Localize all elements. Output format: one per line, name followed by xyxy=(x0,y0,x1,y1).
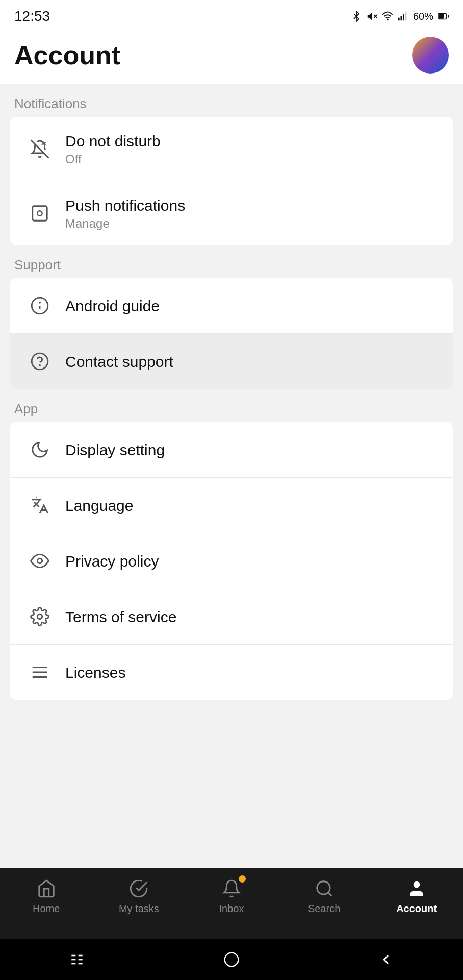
android-nav xyxy=(0,939,463,980)
search-icon xyxy=(315,879,334,898)
push-notifications-text: Push notifications Manage xyxy=(65,195,185,231)
signal-icon xyxy=(398,11,409,22)
push-notifications-item[interactable]: Push notifications Manage xyxy=(10,181,453,245)
home-button[interactable] xyxy=(216,944,247,975)
status-icons: 60% xyxy=(351,11,449,22)
recent-apps-icon xyxy=(69,951,85,968)
svg-point-19 xyxy=(37,614,42,619)
display-setting-item[interactable]: Display setting xyxy=(10,422,453,478)
bottom-nav: Home My tasks Inbox Search xyxy=(0,868,463,939)
mute-icon xyxy=(366,11,377,22)
nav-inbox[interactable]: Inbox xyxy=(185,875,278,915)
contact-support-item[interactable]: Contact support xyxy=(10,334,453,389)
svg-point-16 xyxy=(32,353,48,370)
do-not-disturb-item[interactable]: zz Do not disturb Off xyxy=(10,117,453,181)
app-section-label: App xyxy=(0,389,463,422)
search-icon-wrap xyxy=(311,877,338,900)
svg-rect-6 xyxy=(405,12,407,21)
terms-of-service-item[interactable]: Terms of service xyxy=(10,589,453,645)
android-guide-text: Android guide xyxy=(65,296,160,316)
search-label: Search xyxy=(308,903,340,915)
terms-of-service-text: Terms of service xyxy=(65,607,176,627)
contact-support-title: Contact support xyxy=(65,352,173,372)
question-circle-icon xyxy=(27,348,53,375)
licenses-item[interactable]: Licenses xyxy=(10,645,453,700)
do-not-disturb-subtitle: Off xyxy=(65,152,161,166)
inbox-icon-wrap xyxy=(218,877,245,900)
my-tasks-label: My tasks xyxy=(119,903,159,915)
app-section: App Display setting xyxy=(0,389,463,700)
nav-my-tasks[interactable]: My tasks xyxy=(93,875,186,915)
display-setting-title: Display setting xyxy=(65,440,165,460)
content: Notifications zz Do not disturb xyxy=(0,84,463,868)
svg-rect-11 xyxy=(33,206,47,220)
recent-apps-button[interactable] xyxy=(62,944,92,975)
svg-point-2 xyxy=(387,19,388,20)
bell-off-icon: zz xyxy=(27,136,53,162)
terms-of-service-title: Terms of service xyxy=(65,607,176,627)
svg-point-18 xyxy=(37,558,42,564)
check-circle-icon xyxy=(129,879,148,898)
privacy-policy-text: Privacy policy xyxy=(65,551,159,571)
language-title: Language xyxy=(65,496,133,516)
svg-point-25 xyxy=(414,881,420,888)
do-not-disturb-title: Do not disturb xyxy=(65,131,161,151)
android-guide-item[interactable]: Android guide xyxy=(10,278,453,334)
svg-rect-5 xyxy=(403,14,404,20)
person-icon xyxy=(407,879,426,898)
notifications-section-label: Notifications xyxy=(0,84,463,117)
eye-icon xyxy=(27,548,53,574)
support-group: Android guide Contact support xyxy=(10,278,453,389)
notifications-group: zz Do not disturb Off Push notificat xyxy=(10,117,453,245)
info-circle-icon xyxy=(27,292,53,319)
home-icon-wrap xyxy=(33,877,60,900)
my-tasks-icon-wrap xyxy=(125,877,152,900)
privacy-policy-title: Privacy policy xyxy=(65,551,159,571)
battery-icon xyxy=(438,11,449,22)
language-item[interactable]: Language xyxy=(10,478,453,533)
avatar[interactable] xyxy=(412,37,449,74)
do-not-disturb-text: Do not disturb Off xyxy=(65,131,161,166)
notifications-section: Notifications zz Do not disturb xyxy=(0,84,463,245)
inbox-badge xyxy=(239,875,246,883)
push-notifications-title: Push notifications xyxy=(65,195,185,215)
licenses-text: Licenses xyxy=(65,663,125,682)
privacy-policy-item[interactable]: Privacy policy xyxy=(10,533,453,589)
bell-icon xyxy=(222,879,241,898)
android-guide-title: Android guide xyxy=(65,296,160,316)
svg-rect-8 xyxy=(439,14,443,18)
gear-icon xyxy=(27,603,53,630)
translate-icon xyxy=(27,492,53,519)
home-button-icon xyxy=(223,951,240,968)
support-section: Support Android guide xyxy=(0,245,463,389)
status-time: 12:53 xyxy=(14,8,50,24)
nav-home[interactable]: Home xyxy=(0,875,93,915)
display-setting-text: Display setting xyxy=(65,440,165,460)
push-notifications-icon xyxy=(27,200,53,227)
moon-icon xyxy=(27,436,53,463)
nav-account[interactable]: Account xyxy=(370,875,463,915)
back-button[interactable] xyxy=(371,944,401,975)
home-icon xyxy=(37,879,56,898)
account-icon-wrap xyxy=(403,877,430,900)
push-notifications-subtitle: Manage xyxy=(65,216,185,231)
svg-point-23 xyxy=(317,881,329,894)
battery-percent: 60% xyxy=(413,11,433,22)
svg-line-24 xyxy=(328,892,331,896)
svg-rect-4 xyxy=(400,16,402,20)
app-group: Display setting Language xyxy=(10,422,453,700)
lines-icon xyxy=(27,659,53,685)
home-label: Home xyxy=(33,903,60,915)
contact-support-text: Contact support xyxy=(65,352,173,372)
wifi-icon xyxy=(381,11,394,22)
inbox-label: Inbox xyxy=(219,903,244,915)
licenses-title: Licenses xyxy=(65,663,125,682)
nav-search[interactable]: Search xyxy=(278,875,371,915)
svg-rect-3 xyxy=(398,18,400,21)
svg-point-32 xyxy=(225,953,239,967)
svg-point-12 xyxy=(37,211,42,216)
bluetooth-icon xyxy=(351,11,362,22)
back-icon xyxy=(378,951,394,968)
svg-text:zz: zz xyxy=(41,140,46,146)
page-title: Account xyxy=(14,40,120,70)
